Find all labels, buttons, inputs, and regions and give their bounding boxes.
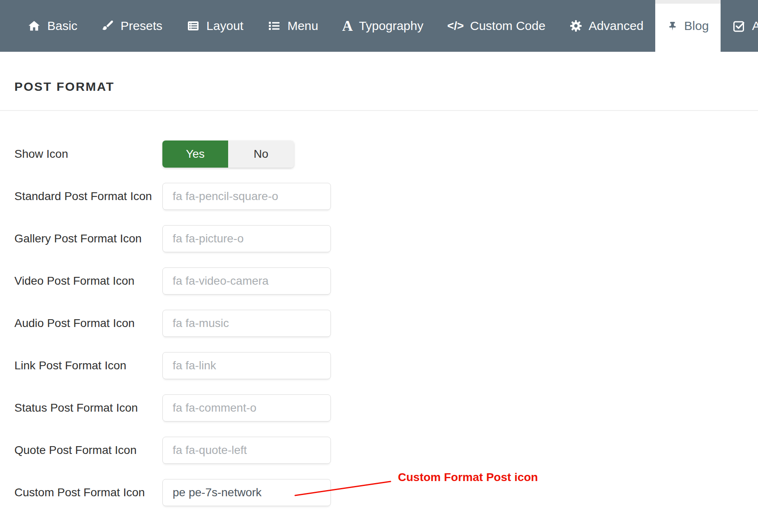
field-row: Gallery Post Format Icon bbox=[0, 225, 758, 252]
gallery-post-format-icon-input[interactable] bbox=[162, 225, 331, 252]
field-row: Status Post Format Icon bbox=[0, 394, 758, 421]
tab-advanced[interactable]: Advanced bbox=[557, 0, 655, 52]
tab-label: Basic bbox=[47, 19, 77, 33]
tab-layout[interactable]: Layout bbox=[174, 0, 255, 52]
audio-post-format-icon-input[interactable] bbox=[162, 310, 331, 337]
tab-label: Menu bbox=[287, 19, 318, 33]
tab-menu[interactable]: Menu bbox=[255, 0, 330, 52]
tab-basic[interactable]: Basic bbox=[15, 0, 89, 52]
tab-assignment[interactable]: Assignment bbox=[721, 0, 758, 52]
field-label: Audio Post Format Icon bbox=[0, 317, 162, 330]
check-square-icon bbox=[733, 19, 746, 32]
tab-label: Typography bbox=[359, 19, 423, 33]
brush-icon bbox=[101, 19, 114, 32]
standard-post-format-icon-input[interactable] bbox=[162, 183, 331, 210]
field-row: Link Post Format Icon bbox=[0, 352, 758, 379]
field-label: Custom Post Format Icon bbox=[0, 486, 162, 499]
gear-icon bbox=[569, 19, 582, 32]
show-icon-label: Show Icon bbox=[0, 147, 162, 161]
tab-blog-active[interactable]: Blog bbox=[655, 0, 721, 52]
field-row: Audio Post Format Icon bbox=[0, 310, 758, 337]
show-icon-toggle: Yes No bbox=[162, 140, 294, 168]
page-title: POST FORMAT bbox=[14, 80, 115, 94]
field-row: Quote Post Format Icon bbox=[0, 437, 758, 464]
field-label: Link Post Format Icon bbox=[0, 359, 162, 372]
code-icon: </> bbox=[447, 20, 464, 32]
home-icon bbox=[27, 19, 41, 32]
annotation-text: Custom Format Post icon bbox=[398, 471, 538, 484]
section-header: POST FORMAT bbox=[0, 52, 758, 111]
field-label: Gallery Post Format Icon bbox=[0, 232, 162, 245]
field-row: Video Post Format Icon bbox=[0, 267, 758, 295]
field-label: Video Post Format Icon bbox=[0, 274, 162, 288]
field-label: Standard Post Format Icon bbox=[0, 190, 162, 203]
link-post-format-icon-input[interactable] bbox=[162, 352, 331, 379]
tab-typography[interactable]: A Typography bbox=[330, 0, 435, 52]
field-label: Quote Post Format Icon bbox=[0, 444, 162, 457]
field-label: Status Post Format Icon bbox=[0, 401, 162, 415]
post-format-form: Show Icon Yes No Standard Post Format Ic… bbox=[0, 111, 758, 506]
typography-icon: A bbox=[342, 18, 353, 33]
tab-label: Layout bbox=[206, 19, 243, 33]
tab-label: Advanced bbox=[589, 19, 643, 33]
menu-list-icon bbox=[267, 19, 281, 32]
tab-label: Presets bbox=[120, 19, 162, 33]
status-post-format-icon-input[interactable] bbox=[162, 394, 331, 421]
quote-post-format-icon-input[interactable] bbox=[162, 437, 331, 464]
pin-icon bbox=[667, 19, 678, 32]
tab-label: Assignment bbox=[752, 19, 758, 33]
tab-custom-code[interactable]: </> Custom Code bbox=[435, 0, 557, 52]
show-icon-no-button[interactable]: No bbox=[228, 140, 294, 168]
tab-presets[interactable]: Presets bbox=[89, 0, 174, 52]
show-icon-row: Show Icon Yes No bbox=[0, 140, 758, 168]
layout-icon bbox=[186, 19, 200, 32]
video-post-format-icon-input[interactable] bbox=[162, 267, 331, 295]
tab-label: Custom Code bbox=[470, 19, 545, 33]
field-row: Custom Post Format Icon bbox=[0, 479, 758, 506]
top-navbar: Basic Presets Layout bbox=[0, 0, 758, 52]
show-icon-yes-button[interactable]: Yes bbox=[162, 140, 228, 168]
custom-post-format-icon-input[interactable] bbox=[162, 479, 331, 506]
tab-label: Blog bbox=[684, 19, 709, 33]
field-row: Standard Post Format Icon bbox=[0, 183, 758, 210]
